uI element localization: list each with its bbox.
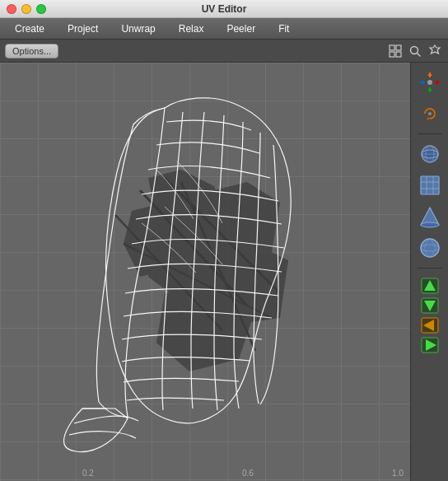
menu-fit[interactable]: Fit <box>267 21 301 37</box>
uv-sphere-icon[interactable] <box>415 139 445 169</box>
options-button[interactable]: Options... <box>5 44 58 58</box>
svg-marker-6 <box>430 45 440 54</box>
cone-icon[interactable] <box>415 202 445 231</box>
close-button[interactable] <box>7 4 16 14</box>
svg-point-38 <box>421 222 439 227</box>
arrow-down-button[interactable] <box>418 297 441 315</box>
svg-rect-32 <box>421 176 439 194</box>
separator-2 <box>418 268 442 269</box>
window-title: UV Editor <box>202 3 247 15</box>
minimize-button[interactable] <box>21 4 31 14</box>
menu-project[interactable]: Project <box>56 21 110 37</box>
search-icon[interactable] <box>407 43 423 59</box>
window-controls <box>7 4 46 14</box>
rotate-icon[interactable] <box>415 99 445 128</box>
toolbar: Options... <box>0 40 448 63</box>
arrow-up-button[interactable] <box>418 277 441 295</box>
transform-icon[interactable] <box>415 68 445 97</box>
maximize-button[interactable] <box>36 4 46 14</box>
arrow-group <box>418 277 441 354</box>
menu-bar: Create Project Unwrap Relax Peeler Fit <box>0 18 448 40</box>
svg-rect-0 <box>390 45 394 50</box>
sphere-icon[interactable] <box>415 233 445 263</box>
svg-line-5 <box>418 53 421 56</box>
grid-icon[interactable] <box>387 43 404 59</box>
svg-rect-2 <box>390 52 394 57</box>
svg-point-39 <box>421 239 439 257</box>
axis-label-10: 1.0 <box>392 469 404 478</box>
title-bar: UV Editor <box>0 0 448 18</box>
grid-map-icon[interactable] <box>415 170 445 200</box>
uv-mesh <box>0 63 410 481</box>
axis-label-02: 0.2 <box>82 469 94 478</box>
menu-create[interactable]: Create <box>3 21 56 37</box>
arrow-left-button[interactable] <box>418 316 441 334</box>
arrow-right-button[interactable] <box>418 336 441 354</box>
toolbar-icons <box>387 43 443 59</box>
svg-point-26 <box>427 80 432 85</box>
svg-rect-3 <box>396 52 401 57</box>
menu-unwrap[interactable]: Unwrap <box>110 21 166 37</box>
svg-point-27 <box>428 112 432 115</box>
svg-marker-23 <box>427 89 432 92</box>
svg-marker-22 <box>427 72 432 76</box>
menu-relax[interactable]: Relax <box>167 21 216 37</box>
settings-icon[interactable] <box>427 43 443 59</box>
menu-peeler[interactable]: Peeler <box>215 21 267 37</box>
separator-1 <box>418 133 442 134</box>
main-area: 0.2 0.6 1.0 <box>0 63 448 481</box>
uv-viewport[interactable]: 0.2 0.6 1.0 <box>0 63 410 481</box>
svg-marker-24 <box>420 80 423 85</box>
right-toolbar <box>410 63 448 481</box>
svg-rect-1 <box>396 45 401 50</box>
axis-label-06: 0.6 <box>242 469 254 478</box>
svg-marker-25 <box>436 80 440 85</box>
